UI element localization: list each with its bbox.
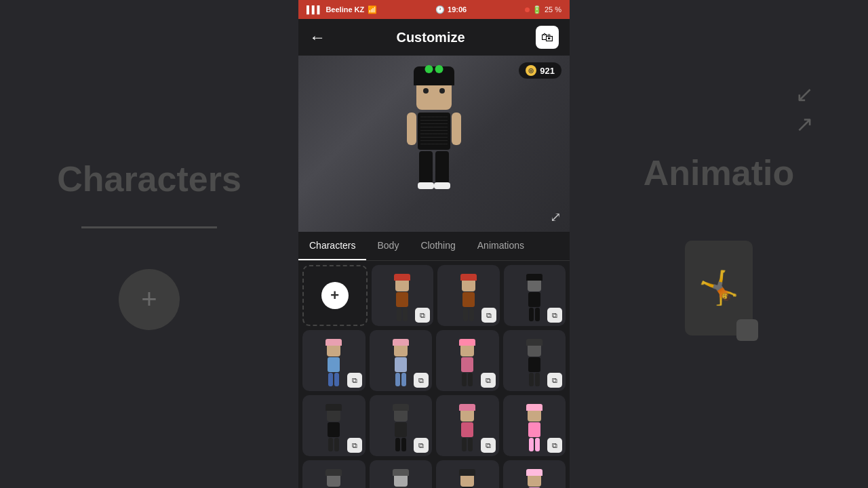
- bg-right-panel: Animatio ↙ ↗ 🤸: [570, 0, 868, 488]
- mini-body: [528, 357, 540, 372]
- clock-icon: 🕐: [435, 5, 445, 14]
- battery-percent: 25 %: [545, 5, 561, 14]
- copy-badge[interactable]: ⧉: [481, 373, 496, 388]
- app-header: ← Customize 🛍: [298, 19, 570, 56]
- mini-legs: [397, 308, 408, 321]
- mini-hat: [526, 469, 542, 476]
- status-right: 🔋 25 %: [525, 5, 561, 14]
- mini-legs: [395, 438, 406, 451]
- add-character-cell[interactable]: +: [302, 265, 368, 326]
- character-cell-3[interactable]: ⧉: [504, 265, 566, 326]
- character-cell-13[interactable]: ⧉: [370, 460, 433, 488]
- mini-hat: [393, 404, 409, 411]
- tab-characters[interactable]: Characters: [298, 232, 366, 260]
- grid-row-3: ⧉ ⧉: [302, 395, 566, 456]
- mini-hat: [393, 339, 409, 346]
- mini-body: [462, 292, 475, 307]
- mini-hat: [459, 404, 475, 411]
- back-button[interactable]: ←: [309, 28, 326, 47]
- bg-left-panel: Characters +: [0, 0, 298, 488]
- char-arm-left: [407, 113, 416, 145]
- mini-char-15: [519, 469, 549, 489]
- mini-body: [395, 422, 407, 437]
- grid-row-1: + ⧉: [302, 265, 566, 326]
- bg-right-text: Animatio: [644, 152, 794, 193]
- copy-badge[interactable]: ⧉: [414, 373, 429, 388]
- mini-char-2: [454, 274, 484, 321]
- char-eye-right: [439, 88, 445, 94]
- grid-row-2: ⧉ ⧉: [302, 330, 566, 391]
- mini-hat: [393, 469, 409, 476]
- copy-badge[interactable]: ⧉: [481, 438, 496, 453]
- mini-char-3: [519, 274, 549, 321]
- char-legs: [419, 151, 449, 185]
- character-preview: ◎ 921: [298, 56, 570, 232]
- character-cell-15[interactable]: ⧉: [503, 460, 566, 488]
- bag-button[interactable]: 🛍: [536, 26, 559, 49]
- character-cell-6[interactable]: ⧉: [436, 330, 499, 391]
- tab-clothing[interactable]: Clothing: [410, 232, 466, 260]
- grid-row-4: ⧉ ⧉: [302, 460, 566, 488]
- mini-legs: [463, 308, 474, 321]
- copy-badge[interactable]: ⧉: [347, 438, 362, 453]
- coin-amount: 921: [540, 66, 555, 76]
- character-cell-14[interactable]: ⧉: [436, 460, 499, 488]
- copy-badge[interactable]: ⧉: [415, 308, 430, 323]
- character-cell-9[interactable]: ⧉: [370, 395, 433, 456]
- character-cell-5[interactable]: ⧉: [370, 330, 433, 391]
- char-body: [418, 113, 450, 150]
- mini-char-1: [387, 274, 417, 321]
- mini-char-10: [452, 404, 482, 451]
- mini-char-5: [386, 339, 416, 386]
- add-new-icon: +: [321, 282, 349, 309]
- copy-badge[interactable]: ⧉: [547, 373, 562, 388]
- expand-icon: ↗: [795, 111, 814, 137]
- expand-toggle[interactable]: ⤢: [550, 209, 561, 225]
- copy-badge[interactable]: ⧉: [347, 373, 362, 388]
- char-eyes: [423, 88, 445, 94]
- character-cell-4[interactable]: ⧉: [302, 330, 366, 391]
- mini-char-14: [452, 469, 482, 489]
- bg-left-plus-icon: +: [119, 269, 180, 330]
- collapse-icon: ↙: [795, 81, 814, 107]
- char-shoe-right: [434, 182, 450, 189]
- mini-body: [328, 422, 340, 437]
- mini-legs: [529, 438, 540, 451]
- battery-indicator: [525, 7, 530, 12]
- mini-char-8: [319, 404, 349, 451]
- mini-body: [396, 292, 408, 307]
- mini-hat: [460, 274, 477, 281]
- characters-grid: + ⧉: [298, 261, 570, 488]
- copy-badge[interactable]: ⧉: [414, 438, 429, 453]
- status-bar: ▌▌▌ Beeline KZ 📶 🕐 19:06 🔋 25 %: [298, 0, 570, 19]
- mini-hat: [326, 404, 342, 411]
- copy-badge[interactable]: ⧉: [547, 308, 562, 323]
- bag-icon: 🛍: [541, 30, 553, 45]
- character-cell-7[interactable]: ⧉: [503, 330, 566, 391]
- char-eye-left: [423, 88, 429, 94]
- mini-hat: [459, 469, 475, 476]
- copy-badge[interactable]: ⧉: [481, 308, 496, 323]
- character-cell-8[interactable]: ⧉: [302, 395, 366, 456]
- copy-badge[interactable]: ⧉: [547, 438, 562, 453]
- coin-badge: ◎ 921: [519, 62, 561, 79]
- bg-right-arrows: ↙ ↗: [795, 81, 814, 137]
- character-figure: [400, 76, 468, 211]
- character-cell-10[interactable]: ⧉: [436, 395, 499, 456]
- character-cell-2[interactable]: ⧉: [437, 265, 500, 326]
- character-cell-1[interactable]: ⧉: [372, 265, 434, 326]
- mini-legs: [328, 373, 339, 386]
- tab-animations[interactable]: Animations: [467, 232, 535, 260]
- character-cell-11[interactable]: ⧉: [503, 395, 566, 456]
- bg-right-copy-badge: [736, 319, 758, 341]
- mini-body: [461, 357, 473, 372]
- mini-legs: [529, 373, 540, 386]
- mini-body: [461, 422, 473, 437]
- tab-body[interactable]: Body: [366, 232, 410, 260]
- tabs-container: Characters Body Clothing Animations: [298, 232, 570, 261]
- coin-icon: ◎: [526, 65, 536, 76]
- mini-char-13: [386, 469, 416, 489]
- character-cell-12[interactable]: ⧉: [302, 460, 366, 488]
- wifi-icon: 📶: [368, 5, 377, 14]
- mini-char-9: [386, 404, 416, 451]
